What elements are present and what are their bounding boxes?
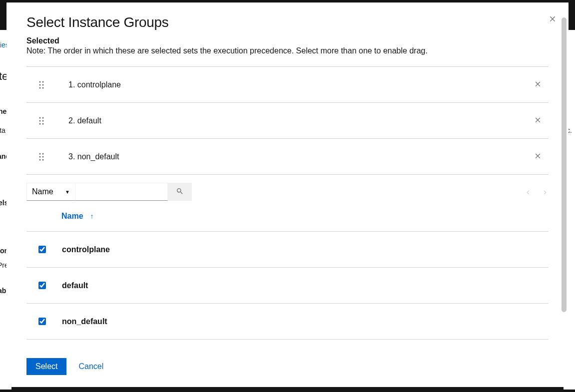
selected-item-non-default[interactable]: 3. non_default <box>26 139 549 175</box>
drag-handle-icon[interactable] <box>38 81 46 89</box>
remove-icon[interactable] <box>527 151 549 162</box>
search-button[interactable] <box>168 183 192 201</box>
svg-point-16 <box>39 159 41 160</box>
pagination: ‹ › <box>527 187 549 197</box>
remove-icon[interactable] <box>527 115 549 126</box>
svg-point-4 <box>39 87 41 88</box>
selected-item-controlplane[interactable]: 1. controlplane <box>26 67 549 103</box>
svg-point-14 <box>39 156 41 157</box>
svg-point-2 <box>39 84 41 85</box>
select-button[interactable]: Select <box>26 358 66 375</box>
option-label: non_default <box>62 317 107 326</box>
sort-asc-icon: ↑ <box>90 212 94 220</box>
selected-item-label: 1. controlplane <box>68 80 527 89</box>
filter-field-label: Name <box>32 187 53 196</box>
svg-point-0 <box>39 81 41 82</box>
drag-handle-icon[interactable] <box>38 117 46 125</box>
svg-point-10 <box>39 123 41 124</box>
svg-point-12 <box>39 153 41 154</box>
modal-title: Select Instance Groups <box>26 14 549 30</box>
selected-heading: Selected <box>26 36 549 45</box>
next-page-icon[interactable]: › <box>544 187 547 197</box>
filter-field-dropdown[interactable]: Name ▼ <box>26 183 75 201</box>
svg-point-9 <box>42 120 44 121</box>
option-checkbox[interactable] <box>38 282 46 289</box>
selected-item-label: 2. default <box>68 116 527 125</box>
svg-point-6 <box>39 117 41 118</box>
svg-point-1 <box>42 81 44 82</box>
prev-page-icon[interactable]: ‹ <box>527 187 530 197</box>
svg-point-17 <box>42 159 44 160</box>
option-checkbox[interactable] <box>38 318 46 325</box>
filter-toolbar: Name ▼ ‹ › <box>26 183 549 201</box>
caret-down-icon: ▼ <box>65 189 70 195</box>
svg-point-13 <box>42 153 44 154</box>
cancel-button[interactable]: Cancel <box>78 362 103 371</box>
svg-point-3 <box>42 84 44 85</box>
option-label: default <box>62 281 88 290</box>
option-row-controlplane: controlplane <box>26 232 549 268</box>
search-icon <box>176 187 184 197</box>
precedence-note: Note: The order in which these are selec… <box>26 46 549 55</box>
option-row-non-default: non_default <box>26 304 549 340</box>
svg-point-5 <box>42 87 44 88</box>
selected-item-label: 3. non_default <box>68 152 527 161</box>
modal-footer: Select Cancel <box>6 346 569 387</box>
search-input[interactable] <box>75 183 168 201</box>
svg-point-8 <box>39 120 41 121</box>
column-name-header[interactable]: Name ↑ <box>61 212 94 221</box>
modal-backdrop: Select Instance Groups Selected Note: Th… <box>0 0 575 392</box>
select-instance-groups-modal: Select Instance Groups Selected Note: Th… <box>6 2 569 387</box>
drag-handle-icon[interactable] <box>38 153 46 161</box>
table-header: Name ↑ <box>26 201 549 232</box>
svg-point-11 <box>42 123 44 124</box>
option-checkbox[interactable] <box>38 246 46 253</box>
option-row-default: default <box>26 268 549 304</box>
option-label: controlplane <box>62 245 110 254</box>
svg-point-15 <box>42 156 44 157</box>
remove-icon[interactable] <box>527 79 549 90</box>
svg-point-7 <box>42 117 44 118</box>
selected-item-default[interactable]: 2. default <box>26 103 549 139</box>
selected-list: 1. controlplane 2. default <box>26 66 549 175</box>
